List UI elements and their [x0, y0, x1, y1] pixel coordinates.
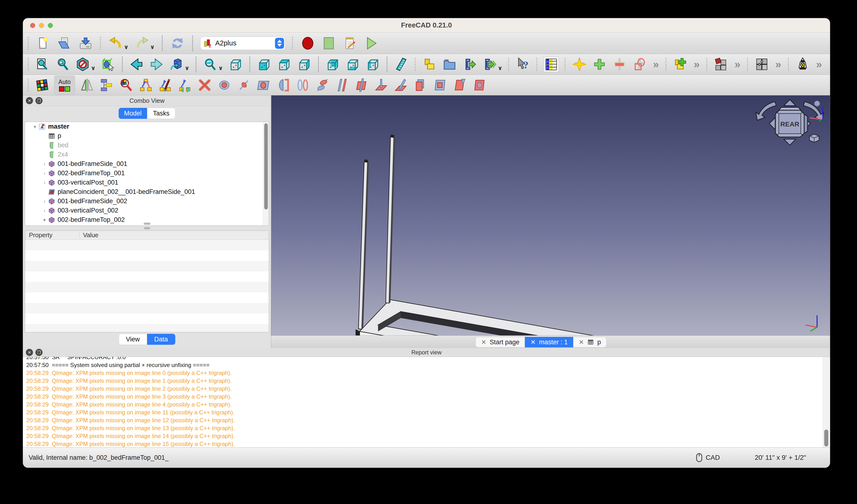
- tree-item-003-verticalpost_001[interactable]: › 003-verticalPost_001: [25, 178, 269, 187]
- toolbar-handle[interactable]: [292, 37, 293, 50]
- a2p-axis-plane-parallel-constraint-button[interactable]: [354, 78, 369, 93]
- macro-record-button[interactable]: [300, 36, 315, 51]
- a2p-planes-coincident-constraint-button[interactable]: [413, 78, 428, 93]
- zoom-window-button[interactable]: [48, 23, 53, 28]
- a2p-import-all-button-dropdown-icon[interactable]: ∨: [498, 65, 503, 72]
- 3d-viewport[interactable]: REAR: [271, 96, 830, 335]
- draw-style-button[interactable]: [75, 57, 90, 72]
- tree-vertical-scrollbar[interactable]: [263, 122, 269, 225]
- toolbar-handle[interactable]: [28, 37, 29, 50]
- tab-tasks[interactable]: Tasks: [147, 108, 175, 119]
- a2p-constraint-tree-button[interactable]: [99, 78, 114, 93]
- tab-model[interactable]: Model: [119, 108, 147, 119]
- a2p-sphere-on-plane-constraint-button[interactable]: [275, 78, 291, 93]
- expand-caret-icon[interactable]: ›: [41, 170, 48, 176]
- toolbar-handle[interactable]: [747, 58, 749, 71]
- close-tab-icon[interactable]: ✕: [579, 338, 584, 346]
- a2p-axial-constraint-button[interactable]: [236, 78, 252, 93]
- toolbar-handle[interactable]: [28, 58, 29, 71]
- toolbar-handle[interactable]: [565, 58, 566, 71]
- a2p-toggle-autosolve-button[interactable]: Auto: [54, 75, 75, 95]
- undock-panel-icon[interactable]: ❐: [35, 97, 43, 104]
- toolbar-overflow-chevron[interactable]: »: [652, 59, 660, 70]
- tree-scrollbar-thumb[interactable]: [264, 123, 268, 209]
- a2p-point-identity-constraint-button[interactable]: [138, 78, 153, 93]
- tree-item-master[interactable]: ▾ master: [25, 122, 269, 131]
- a2p-open-part-button[interactable]: [442, 57, 457, 72]
- toolbar-overflow-chevron[interactable]: »: [774, 59, 782, 70]
- close-tab-icon[interactable]: ✕: [531, 338, 536, 346]
- a2p-import-part-button[interactable]: [462, 57, 477, 72]
- workbench-selector[interactable]: 2 A2plus: [200, 37, 285, 50]
- a2p-circles-concentric-constraint-button[interactable]: [295, 78, 310, 93]
- new-document-button[interactable]: [36, 36, 51, 51]
- report-log[interactable]: 20:57:50 SA SPIN-ACCURACY :0.020:57:50 =…: [23, 357, 822, 447]
- collapse-caret-icon[interactable]: ▾: [41, 217, 48, 223]
- a2p-import-all-button[interactable]: [482, 57, 497, 72]
- mdi-tab-start-page[interactable]: ✕Start page: [476, 337, 525, 348]
- view-front-button[interactable]: [256, 57, 272, 72]
- a2p-plane-vertical-constraint-button[interactable]: [452, 78, 467, 93]
- close-tab-icon[interactable]: ✕: [481, 338, 486, 346]
- open-document-button[interactable]: [57, 36, 72, 51]
- close-report-icon[interactable]: ✕: [26, 349, 33, 356]
- measure-distance-button[interactable]: [393, 57, 409, 72]
- a2p-planes-parallel-constraint-button[interactable]: [432, 78, 448, 93]
- minimize-window-button[interactable]: [39, 23, 44, 28]
- undo-button-dropdown-icon[interactable]: ∨: [124, 44, 129, 51]
- a2p-delete-constraint-button[interactable]: [197, 78, 212, 93]
- property-column-header[interactable]: Property: [25, 232, 80, 238]
- view-top-button[interactable]: [276, 57, 292, 72]
- navigation-cube[interactable]: REAR: [754, 98, 826, 153]
- toolbar-handle[interactable]: [666, 58, 667, 71]
- a2p-add-part-button[interactable]: [422, 57, 437, 72]
- title-bar[interactable]: FreeCAD 0.21.0: [23, 18, 830, 33]
- a2p-solve-constraints-button[interactable]: [34, 78, 50, 93]
- a2p-solve-system-button[interactable]: [572, 57, 587, 72]
- tree-item-001-bedframeside_001[interactable]: › 001-bedFrameSide_001: [25, 159, 269, 169]
- a2p-assembly-button[interactable]: [754, 57, 770, 72]
- tree-horizontal-scrollbar-thumb[interactable]: [144, 223, 150, 225]
- view-isometric-button[interactable]: [228, 57, 243, 72]
- view-right-button[interactable]: [297, 57, 312, 72]
- a2p-axis-plane-normal-constraint-button[interactable]: [373, 78, 389, 93]
- a2p-flip-constraint-button[interactable]: [79, 78, 95, 93]
- a2p-remove-feature-button[interactable]: [612, 57, 627, 72]
- navigation-style-selector[interactable]: CAD: [696, 453, 720, 462]
- tree-item-001-bedframeside_002[interactable]: › 001-bedFrameSide_002: [25, 197, 269, 206]
- expand-caret-icon[interactable]: ›: [41, 199, 48, 204]
- workbench-dropdown-stepper[interactable]: [275, 38, 284, 49]
- toolbar-overflow-chevron[interactable]: »: [815, 59, 823, 70]
- a2p-view-mode-button[interactable]: [795, 57, 810, 72]
- tree-item-p[interactable]: p: [25, 131, 269, 140]
- macro-play-button[interactable]: [363, 36, 379, 51]
- redo-button-dropdown-icon[interactable]: ∨: [150, 44, 155, 51]
- go-to-linked-object-button-dropdown-icon[interactable]: ∨: [185, 65, 190, 72]
- toolbar-handle[interactable]: [28, 79, 29, 91]
- collapse-caret-icon[interactable]: ▾: [31, 124, 38, 130]
- tree-item-003-verticalpost_002[interactable]: › 003-verticalPost_002: [25, 206, 269, 215]
- value-column-header[interactable]: Value: [80, 232, 99, 239]
- undock-report-icon[interactable]: ❐: [35, 349, 43, 356]
- nav-back-button[interactable]: [129, 57, 144, 72]
- tab-view[interactable]: View: [119, 334, 147, 345]
- toolbar-overflow-chevron[interactable]: »: [734, 59, 741, 70]
- a2p-axes-parallel-constraint-button[interactable]: [334, 78, 350, 93]
- toolbar-handle[interactable]: [788, 58, 789, 71]
- toolbar-handle[interactable]: [508, 58, 509, 71]
- mdi-tab-master-1[interactable]: ✕master : 1: [525, 337, 573, 348]
- view-fit-all-button[interactable]: [35, 57, 50, 72]
- a2p-point-on-plane-constraint-button[interactable]: [178, 78, 193, 93]
- a2p-insert-part-button[interactable]: [673, 57, 688, 72]
- view-fit-selection-button[interactable]: [55, 57, 70, 72]
- a2p-update-parts-button[interactable]: [543, 57, 559, 72]
- refresh-button[interactable]: [170, 36, 185, 51]
- bed-frame-model[interactable]: [271, 96, 830, 335]
- report-scrollbar-thumb[interactable]: [824, 430, 828, 447]
- a2p-circular-edge-constraint-button[interactable]: [217, 78, 232, 93]
- tab-data[interactable]: Data: [147, 334, 175, 345]
- nav-forward-button[interactable]: [149, 57, 164, 72]
- sync-view-button[interactable]: [203, 57, 218, 72]
- macro-stop-button[interactable]: [321, 36, 336, 51]
- macro-edit-button[interactable]: [342, 36, 357, 51]
